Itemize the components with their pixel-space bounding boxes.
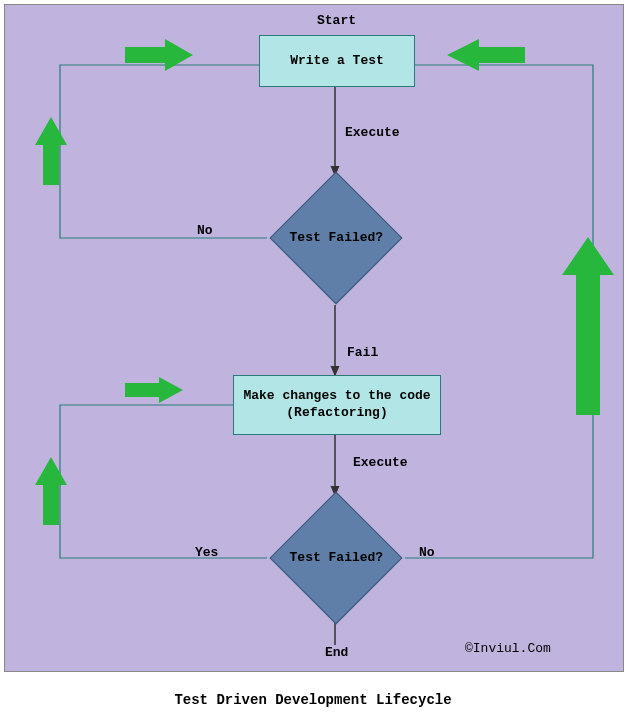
diagram-canvas: Start Write a Test Execute Test Failed? …	[4, 4, 624, 672]
process-write-test-text: Write a Test	[290, 53, 384, 70]
green-arrow-up2-icon	[33, 455, 69, 525]
refactor-line2: (Refactoring)	[286, 405, 387, 420]
svg-marker-7	[125, 377, 183, 403]
execute-label-2: Execute	[353, 455, 408, 470]
svg-marker-5	[447, 39, 525, 71]
execute-label-1: Execute	[345, 125, 400, 140]
diagram-title: Test Driven Development Lifecycle	[0, 692, 626, 708]
decision2-text: Test Failed?	[266, 550, 406, 565]
end-label: End	[325, 645, 348, 660]
decision1-text: Test Failed?	[266, 230, 406, 245]
green-arrow-right2-icon	[125, 375, 185, 405]
svg-marker-4	[125, 39, 193, 71]
start-label: Start	[317, 13, 356, 28]
no-label-1: No	[197, 223, 213, 238]
svg-marker-6	[35, 117, 67, 185]
fail-label: Fail	[347, 345, 378, 360]
svg-marker-8	[35, 457, 67, 525]
green-arrow-up-large-icon	[560, 235, 616, 415]
green-arrow-left-icon	[445, 37, 525, 73]
svg-marker-9	[562, 237, 614, 415]
process-write-test: Write a Test	[259, 35, 415, 87]
no-label-2: No	[419, 545, 435, 560]
decision-test-failed-1: Test Failed?	[270, 172, 403, 305]
refactor-line1: Make changes to the code	[243, 388, 430, 403]
green-arrow-right-icon	[125, 37, 195, 73]
process-refactor: Make changes to the code (Refactoring)	[233, 375, 441, 435]
yes-label: Yes	[195, 545, 218, 560]
credit-label: ©Inviul.Com	[465, 641, 551, 656]
process-refactor-text: Make changes to the code (Refactoring)	[243, 388, 430, 422]
green-arrow-up-icon	[33, 115, 69, 185]
decision-test-failed-2: Test Failed?	[270, 492, 403, 625]
